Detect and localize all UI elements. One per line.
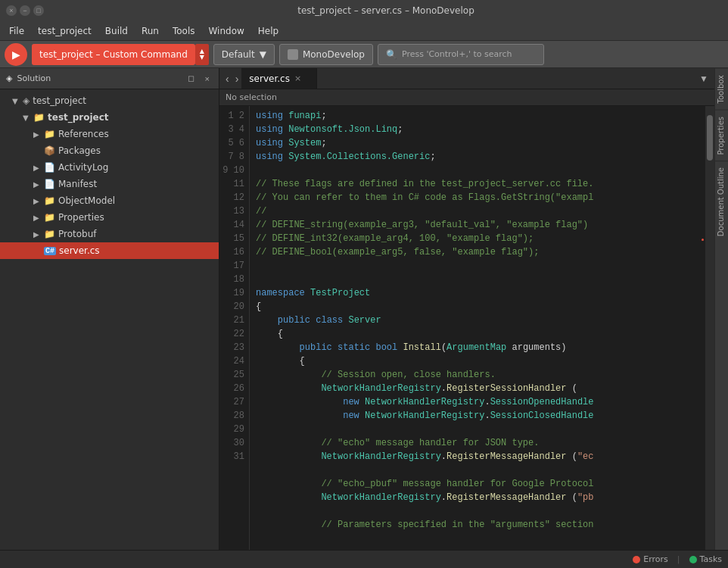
window-controls: × − □ [6,5,44,16]
tree-item-activitylog[interactable]: ▶ 📄 ActivityLog [0,159,219,176]
tree-item-label: ActivityLog [58,162,108,173]
folder-icon: 📁 [33,112,45,123]
errors-dot [633,556,640,563]
right-tab-toolbox[interactable]: Toolbox [715,68,728,110]
tree-arrow-icon: ▶ [33,164,41,172]
close-button[interactable]: × [6,5,17,16]
right-sidebar: Toolbox Properties Document Outline [714,68,728,550]
menu-build[interactable]: Build [99,23,134,39]
tree-item-server-cs[interactable]: ▶ C# server.cs [0,242,219,259]
scrollbar-y[interactable] [705,106,714,550]
right-tab-properties[interactable]: Properties [715,110,728,161]
editor-area: ‹ › server.cs × ▼ No selection 1 2 3 4 5… [219,68,714,550]
folder-icon: 📄 [44,162,55,173]
scroll-thumb[interactable] [707,115,713,161]
folder-icon: 📄 [44,179,55,189]
tree-arrow-icon: ▶ [33,197,41,205]
tree-item-label: test_project [48,112,109,123]
error-indicator [702,239,704,241]
title-bar: × − □ test_project – server.cs – MonoDev… [0,0,728,21]
tree-item-objectmodel[interactable]: ▶ 📁 ObjectModel [0,192,219,209]
tasks-label: Tasks [700,554,722,564]
tree-item-packages[interactable]: ▶ 📦 Packages [0,142,219,159]
tasks-status[interactable]: Tasks [689,554,722,564]
tree-item-project[interactable]: ▼ 📁 test_project [0,109,219,126]
tree-arrow-icon: ▼ [23,114,30,122]
selection-status: No selection [226,92,277,102]
cs-file-icon: C# [44,247,56,255]
search-placeholder: Press 'Control+,' to search [402,49,512,59]
folder-icon: 📁 [44,212,55,223]
tree-arrow-icon: ▶ [33,180,41,189]
minimize-button[interactable]: − [20,5,30,16]
folder-icon: 📁 [44,229,55,239]
solution-tree-icon: ◈ [23,95,30,106]
tree-item-properties[interactable]: ▶ 📁 Properties [0,209,219,226]
sidebar-undock-button[interactable]: ◻ [185,72,198,85]
solution-tree: ▼ ◈ test_project ▼ 📁 test_project ▶ 📁 Re… [0,89,219,550]
config-label: Default [222,49,255,60]
menu-tools[interactable]: Tools [166,23,201,39]
arrow-down-icon[interactable]: ▼ [200,55,204,61]
toolbar: ▶ test_project – Custom Command ▲ ▼ Defa… [0,41,728,68]
run-button[interactable]: ▶ [5,43,27,66]
search-icon: 🔍 [386,49,397,60]
menu-file[interactable]: File [3,23,30,39]
tree-item-label: ObjectModel [58,195,115,206]
menu-help[interactable]: Help [252,23,285,39]
custom-command-label: test_project – Custom Command [39,49,188,60]
code-content[interactable]: using funapi; using Newtonsoft.Json.Linq… [250,106,705,550]
sidebar-title: Solution [17,73,179,83]
editor-status-bar: No selection [219,89,714,106]
tree-item-label: References [58,129,109,139]
menu-bar: File test_project Build Run Tools Window… [0,21,728,41]
errors-label: Errors [643,554,668,564]
tree-item-protobuf[interactable]: ▶ 📁 Protobuf [0,226,219,242]
tab-nav-next[interactable]: › [232,68,242,89]
tab-bar: ‹ › server.cs × ▼ [219,68,714,89]
maximize-button[interactable]: □ [33,5,44,16]
tree-item-solution[interactable]: ▼ ◈ test_project [0,92,219,109]
monodevelop-label: MonoDevelop [303,49,365,60]
config-dropdown[interactable]: Default ▼ [213,44,275,65]
solution-icon: ◈ [6,73,12,83]
menu-window[interactable]: Window [203,23,250,39]
tab-close-button[interactable]: × [294,73,301,83]
tab-menu-button[interactable]: ▼ [696,68,711,89]
tab-nav-prev[interactable]: ‹ [222,68,232,89]
tree-item-manifest[interactable]: ▶ 📄 Manifest [0,176,219,192]
command-arrows[interactable]: ▲ ▼ [195,44,209,65]
tasks-dot [689,556,697,563]
search-box[interactable]: 🔍 Press 'Control+,' to search [378,44,544,65]
tree-arrow-icon: ▶ [33,214,41,222]
tree-item-label: Manifest [58,179,97,189]
tab-label: server.cs [249,73,290,84]
right-tab-document-outline[interactable]: Document Outline [715,161,728,242]
tree-item-label: Protobuf [58,229,97,239]
code-editor[interactable]: 1 2 3 4 5 6 7 8 9 10 11 12 13 14 15 16 1… [219,106,714,550]
sidebar-close-button[interactable]: × [202,73,213,85]
menu-run[interactable]: Run [135,23,165,39]
tab-server-cs[interactable]: server.cs × [241,68,317,89]
tree-item-label: server.cs [59,245,100,256]
sidebar-header: ◈ Solution ◻ × [0,68,219,89]
status-bar: Errors | Tasks [0,550,728,568]
status-separator: | [677,554,680,564]
tree-item-references[interactable]: ▶ 📁 References [0,126,219,142]
monodevelop-badge[interactable]: MonoDevelop [279,44,373,65]
menu-project[interactable]: test_project [32,23,98,39]
folder-icon: 📁 [44,195,55,206]
package-icon: 📦 [44,145,55,156]
monodevelop-icon [288,49,298,60]
tree-arrow-icon: ▶ [33,230,41,239]
tree-item-label: Packages [58,145,101,156]
window-title: test_project – server.cs – MonoDevelop [50,5,722,16]
custom-command-dropdown[interactable]: test_project – Custom Command [32,44,195,65]
errors-status[interactable]: Errors [633,554,668,564]
tree-arrow-icon: ▼ [12,97,20,105]
folder-icon: 📁 [44,129,55,139]
line-numbers: 1 2 3 4 5 6 7 8 9 10 11 12 13 14 15 16 1… [219,106,250,550]
config-arrow-icon: ▼ [260,49,266,60]
main-content: ◈ Solution ◻ × ▼ ◈ test_project ▼ 📁 test… [0,68,728,550]
sidebar: ◈ Solution ◻ × ▼ ◈ test_project ▼ 📁 test… [0,68,219,550]
